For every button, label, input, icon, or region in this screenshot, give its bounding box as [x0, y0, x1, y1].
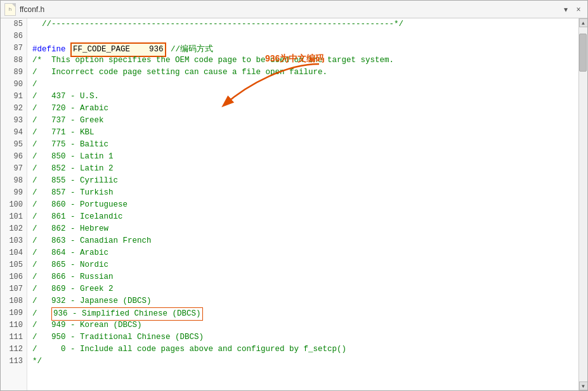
window-title: ffconf.h: [20, 5, 44, 14]
scroll-thumb[interactable]: [579, 34, 587, 72]
code-line: / 865 - Nordic: [32, 259, 578, 271]
code-line: / 860 - Portuguese: [32, 199, 578, 211]
line-number: 99: [1, 187, 27, 199]
code-line: / Incorrect code page setting can cause …: [32, 67, 578, 79]
title-bar-left: h ffconf.h: [4, 3, 44, 16]
code-line: / 863 - Canadian French: [32, 235, 578, 247]
line-number: 100: [1, 199, 27, 211]
code-line: / 932 - Japanese (DBCS): [32, 295, 578, 307]
line-number: 92: [1, 103, 27, 115]
line-number: 109: [1, 307, 27, 319]
code-line: / 775 - Baltic: [32, 139, 578, 151]
close-button[interactable]: ×: [573, 4, 584, 15]
code-line: / 869 - Greek 2: [32, 283, 578, 295]
code-line: /* This option specifies the OEM code pa…: [32, 54, 578, 67]
code-area: 8586878889909192939495969798991001011021…: [1, 18, 587, 390]
code-line: [32, 30, 578, 42]
line-numbers: 8586878889909192939495969798991001011021…: [1, 18, 27, 390]
window: h ffconf.h ▾ × 8586878889909192939495969…: [0, 0, 588, 391]
line-number: 102: [1, 223, 27, 235]
line-number: 107: [1, 283, 27, 295]
vertical-scrollbar[interactable]: ▲ ▼: [578, 18, 587, 390]
line-number: 98: [1, 175, 27, 187]
line-number: 94: [1, 127, 27, 139]
code-line: / 949 - Korean (DBCS): [32, 319, 578, 331]
line-number: 103: [1, 235, 27, 247]
line-number: 96: [1, 151, 27, 163]
line-number: 89: [1, 67, 27, 79]
line-number: 88: [1, 54, 27, 67]
line-number: 95: [1, 139, 27, 151]
line-number: 90: [1, 79, 27, 91]
code-content[interactable]: //--------------------------------------…: [27, 18, 578, 390]
line-number: 110: [1, 319, 27, 331]
code-line: / 850 - Latin 1: [32, 151, 578, 163]
line-number: 97: [1, 163, 27, 175]
title-bar: h ffconf.h ▾ ×: [1, 1, 587, 18]
line-number: 87: [1, 42, 27, 54]
line-number: 101: [1, 211, 27, 223]
code-line: / 852 - Latin 2: [32, 163, 578, 175]
line-number: 108: [1, 295, 27, 307]
code-line: */: [32, 356, 578, 368]
file-icon: h: [4, 3, 16, 16]
code-line: / 0 - Include all code pages above and c…: [32, 343, 578, 356]
line-number: 86: [1, 30, 27, 42]
code-line: / 861 - Icelandic: [32, 211, 578, 223]
code-line: / 855 - Cyrillic: [32, 175, 578, 187]
title-bar-right: ▾ ×: [561, 4, 584, 15]
line-number: 112: [1, 343, 27, 356]
code-line: / 950 - Traditional Chinese (DBCS): [32, 331, 578, 343]
code-line: / 771 - KBL: [32, 127, 578, 139]
code-line: //--------------------------------------…: [32, 18, 578, 30]
code-line: / 720 - Arabic: [32, 103, 578, 115]
line-number: 85: [1, 18, 27, 30]
code-line: / 864 - Arabic: [32, 247, 578, 259]
code-line: / 857 - Turkish: [32, 187, 578, 199]
code-line: / 862 - Hebrew: [32, 223, 578, 235]
line-number: 106: [1, 271, 27, 283]
line-number: 111: [1, 331, 27, 343]
pin-button[interactable]: ▾: [561, 4, 571, 15]
line-number: 113: [1, 356, 27, 368]
code-line: / 437 - U.S.: [32, 91, 578, 103]
line-number: 105: [1, 259, 27, 271]
code-line: #define FF_CODE_PAGE 936 //编码方式: [32, 42, 578, 54]
scroll-up-arrow[interactable]: ▲: [579, 18, 588, 27]
line-number: 104: [1, 247, 27, 259]
code-line: / 737 - Greek: [32, 115, 578, 127]
code-line: / 866 - Russian: [32, 271, 578, 283]
scroll-down-arrow[interactable]: ▼: [579, 381, 588, 390]
code-line: /: [32, 79, 578, 91]
line-number: 93: [1, 115, 27, 127]
line-number: 91: [1, 91, 27, 103]
code-line: / 936 - Simplified Chinese (DBCS): [32, 307, 578, 319]
